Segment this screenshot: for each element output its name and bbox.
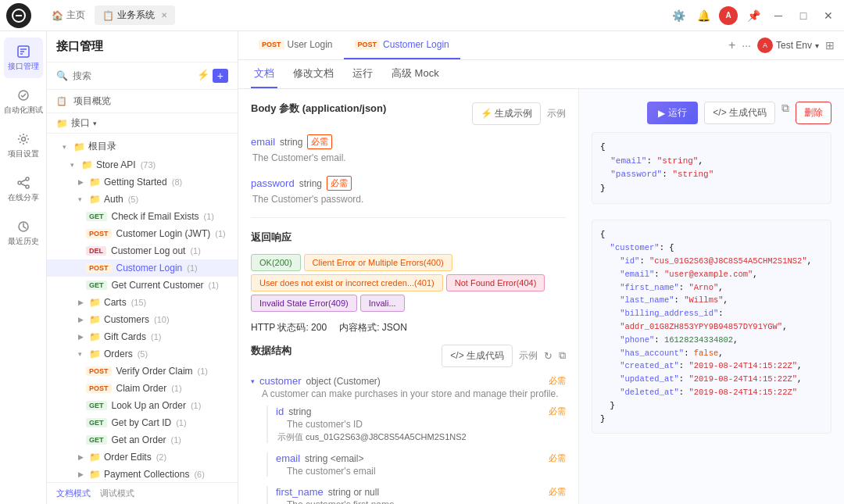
tree-payment-collections[interactable]: ▶ 📁 Payment Collections (6) [47, 466, 238, 482]
generate-example-button[interactable]: ⚡ 生成示例 [472, 102, 541, 125]
method-badge: POST [86, 263, 112, 273]
ds-field-desc: The customer's email [276, 466, 566, 477]
count-label: (6) [194, 470, 204, 479]
response-tab-401[interactable]: User does not exist or incorrect creden.… [251, 274, 443, 291]
user-avatar[interactable]: A [719, 6, 738, 25]
sidebar-quick-actions: 📋 项目概览 [47, 90, 238, 113]
doc-mode-tab[interactable]: 文档模式 [56, 488, 91, 499]
chevron-down-icon: ▾ [93, 120, 97, 127]
active-tab[interactable]: 📋 业务系统 ✕ [95, 5, 175, 25]
sub-tab-run[interactable]: 运行 [349, 60, 376, 88]
tab-user-login[interactable]: POST User Login [248, 31, 344, 59]
response-tab-404[interactable]: Not Found Error(404) [446, 274, 545, 291]
response-tab-other[interactable]: Invali... [360, 295, 405, 312]
ds-id-header: id string 必需 [276, 406, 566, 417]
settings-icon [16, 131, 31, 147]
tree-get-order[interactable]: GET Get an Order (1) [47, 431, 238, 449]
debug-mode-tab[interactable]: 调试模式 [100, 488, 134, 499]
body-params-actions: ⚡ 生成示例 示例 [472, 102, 566, 125]
count-label: (1) [176, 418, 186, 427]
env-selector[interactable]: A Test Env ▾ [757, 38, 819, 53]
ds-required-badge: 必需 [549, 406, 566, 417]
content-right-panel: ▶ 运行 </> 生成代码 ⧉ 删除 { "email": "string", … [578, 89, 844, 504]
bell-icon[interactable]: 🔔 [694, 6, 713, 25]
generate-code-button-ds[interactable]: </> 生成代码 [442, 345, 513, 367]
filter-icon[interactable]: ⚡ [197, 69, 209, 83]
tree-orders[interactable]: ▾ 📁 Orders (5) [47, 345, 238, 363]
tree-customers[interactable]: ▶ 📁 Customers (10) [47, 311, 238, 328]
minimize-icon[interactable]: ─ [769, 6, 788, 25]
run-button[interactable]: ▶ 运行 [647, 102, 698, 124]
sub-tab-edit[interactable]: 修改文档 [290, 60, 337, 88]
tab-customer-login[interactable]: POST Customer Login [344, 31, 460, 59]
folder-icon: 📁 [56, 118, 68, 129]
sidebar-footer: 文档模式 调试模式 [47, 482, 238, 504]
add-tab-button[interactable]: + [728, 38, 735, 52]
tree-verify-order-claim[interactable]: POST Verify Order Claim (1) [47, 363, 238, 380]
api-nav-label: 接口管理 [8, 61, 39, 72]
maximize-icon[interactable]: □ [794, 6, 813, 25]
sidebar-item-share[interactable]: 在线分享 [4, 169, 43, 209]
sidebar-item-history[interactable]: 最近历史 [4, 213, 43, 253]
tree-claim-order[interactable]: POST Claim Order (1) [47, 380, 238, 397]
tree-auth[interactable]: ▾ 📁 Auth (5) [47, 191, 238, 208]
home-tab[interactable]: 🏠 主页 [44, 5, 93, 25]
overview-label[interactable]: 项目概览 [73, 95, 111, 108]
count-label: (1) [191, 401, 201, 410]
tree-customer-login-jwt[interactable]: POST Customer Login (JWT) (1) [47, 225, 238, 242]
response-tab-200[interactable]: OK(200) [251, 254, 301, 271]
sidebar-item-api[interactable]: 接口管理 [4, 38, 43, 78]
sidebar-search: 🔍 ⚡ + [47, 63, 238, 90]
tree-gift-cards[interactable]: ▶ 📁 Gift Cards (1) [47, 328, 238, 345]
tree-customer-logout[interactable]: DEL Customer Log out (1) [47, 242, 238, 259]
close-icon[interactable]: ✕ [819, 6, 838, 25]
ds-customer-row: ▾ customer object (Customer) 必需 A custom… [251, 375, 566, 504]
sidebar-item-automation[interactable]: 自动化测试 [4, 81, 43, 122]
method-badge: POST [86, 229, 112, 238]
tree-check-email[interactable]: GET Check if Email Exists (1) [47, 208, 238, 225]
tree-root[interactable]: ▾ 📁 根目录 [47, 137, 238, 156]
response-tab-409[interactable]: Invalid State Error(409) [251, 295, 357, 312]
add-interface-button[interactable]: + [213, 69, 228, 83]
tree-label: Payment Collections [104, 469, 189, 480]
chevron-icon: ▾ [63, 143, 70, 151]
tree-customer-login[interactable]: POST Customer Login (1) [47, 259, 238, 277]
tree-getting-started[interactable]: ▶ 📁 Getting Started (8) [47, 173, 238, 191]
sub-tab-doc[interactable]: 文档 [251, 60, 277, 88]
copy-icon[interactable]: ⧉ [559, 349, 566, 362]
sub-tab-mock[interactable]: 高级 Mock [388, 60, 442, 88]
tab-label: User Login [288, 39, 333, 50]
count-label: (1) [190, 246, 200, 256]
response-tab-400[interactable]: Client Error or Multiple Errors(400) [304, 254, 452, 271]
tree-get-current-customer[interactable]: GET Get Current Customer (1) [47, 277, 238, 294]
layout-toggle-icon[interactable]: ⊞ [825, 39, 835, 52]
ds-expand-icon[interactable]: ▾ [251, 377, 255, 385]
tree-carts[interactable]: ▶ 📁 Carts (15) [47, 294, 238, 311]
sidebar-item-settings[interactable]: 项目设置 [4, 125, 43, 166]
tree-label: 根目录 [88, 140, 116, 153]
param-password-header: password string 必需 [251, 176, 566, 191]
refresh-icon[interactable]: ↻ [544, 350, 553, 362]
close-tab-icon[interactable]: ✕ [161, 11, 167, 20]
ds-required-badge: 必需 [549, 375, 566, 387]
history-nav-label: 最近历史 [8, 236, 39, 247]
search-input[interactable] [73, 70, 192, 81]
interfaces-label: 接口 [71, 116, 90, 130]
code-line: "password": "string" [600, 168, 823, 182]
delete-button[interactable]: 删除 [796, 102, 831, 124]
folder-icon: 📁 [89, 469, 101, 480]
gear-icon[interactable]: ⚙️ [669, 6, 688, 25]
tree-lookup-order[interactable]: GET Look Up an Order (1) [47, 397, 238, 414]
ds-field-desc: The customer's first name... [276, 499, 566, 504]
copy-code-icon[interactable]: ⧉ [781, 102, 789, 124]
svg-point-7 [21, 138, 25, 141]
sidebar-tree: ▾ 📁 根目录 ▾ 📁 Store API (73) ▶ 📁 Getting S… [47, 134, 238, 482]
tree-order-edits[interactable]: ▶ 📁 Order Edits (2) [47, 449, 238, 466]
pin-icon[interactable]: 📌 [744, 6, 763, 25]
chevron-icon: ▶ [78, 178, 86, 186]
ds-field-type: object (Customer) [306, 376, 380, 387]
tree-store-api[interactable]: ▾ 📁 Store API (73) [47, 156, 238, 173]
tree-get-by-cart-id[interactable]: GET Get by Cart ID (1) [47, 414, 238, 431]
generate-code-button[interactable]: </> 生成代码 [704, 102, 775, 124]
more-options-icon[interactable]: ··· [742, 39, 751, 52]
